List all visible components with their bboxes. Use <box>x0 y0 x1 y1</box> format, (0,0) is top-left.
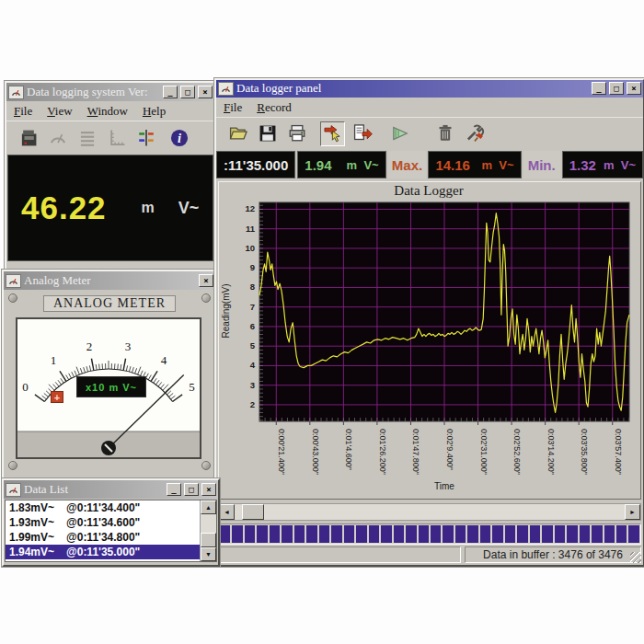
record-button[interactable] <box>320 121 345 146</box>
scroll-right-button[interactable]: ► <box>625 504 640 520</box>
print-button[interactable] <box>284 121 309 146</box>
current-value: 1.94 <box>305 157 331 173</box>
minor-tick <box>154 378 156 383</box>
readout-bar: :11'35.000 1.94 m V~ Max. 14.16 m V~ Min… <box>216 150 643 179</box>
close-button[interactable]: × <box>199 274 213 287</box>
save-button[interactable] <box>255 121 280 146</box>
delete-icon <box>435 123 455 144</box>
play-icon <box>390 123 410 144</box>
minor-tick <box>53 385 57 389</box>
scale-numeral: 4 <box>161 353 167 367</box>
plus-button[interactable]: + <box>51 391 63 403</box>
current-value-display: 1.94 m V~ <box>297 151 385 178</box>
y-tick-label: 11 <box>246 224 256 234</box>
scroll-thumb[interactable] <box>201 533 216 547</box>
buffer-block <box>455 525 466 543</box>
status-cell-empty <box>218 546 461 563</box>
menu-record[interactable]: Record <box>257 100 292 115</box>
screw-icon <box>8 461 17 470</box>
info-button[interactable]: i <box>167 125 191 150</box>
export-button[interactable] <box>350 121 374 146</box>
setup-icon <box>465 123 485 144</box>
list-button[interactable] <box>75 125 99 150</box>
maximize-button[interactable]: □ <box>609 82 624 95</box>
list-item-time: @0:11'34.600" <box>66 516 140 529</box>
record-icon <box>323 123 343 144</box>
chart-button[interactable] <box>104 125 129 150</box>
analog-meter-label: ANALOG METER <box>43 295 176 312</box>
scroll-track[interactable] <box>201 514 216 547</box>
scroll-track[interactable] <box>235 504 625 520</box>
menu-help[interactable]: Help <box>143 104 166 119</box>
buffer-block <box>431 525 441 543</box>
data-logger-panel-window: Data logger panel _ □ × FileRecord :11'3… <box>214 78 644 567</box>
list-item[interactable]: 1.93mV~@0:11'34.600" <box>6 515 200 530</box>
minimize-button[interactable]: _ <box>163 86 178 98</box>
list-icon <box>77 128 98 148</box>
close-button[interactable]: × <box>201 483 216 496</box>
analog-titlebar[interactable]: Analog Meter × <box>4 271 215 290</box>
buffer-block <box>505 525 515 543</box>
panel-titlebar[interactable]: Data logger panel _ □ × <box>216 80 643 98</box>
meter-button[interactable] <box>45 125 70 150</box>
open-button[interactable] <box>225 121 250 146</box>
minor-tick <box>155 380 159 385</box>
list-item-time: @0:11'34.400" <box>66 501 140 514</box>
minor-tick <box>89 365 90 371</box>
minor-tick <box>148 375 151 380</box>
list-item-value: 1.99mV~ <box>9 531 66 544</box>
analog-meter-window: Analog Meter × ANALOG METER x10 m V~ + 0… <box>2 270 217 480</box>
menu-view[interactable]: View <box>47 104 72 119</box>
y-tick-label: 8 <box>250 282 255 293</box>
minor-tick <box>44 393 49 397</box>
logging-titlebar[interactable]: Data logging system Ver: _ □ × <box>6 83 214 101</box>
logger-button[interactable] <box>16 125 40 150</box>
buffer-block <box>530 525 540 543</box>
screw-icon <box>8 293 17 303</box>
minor-tick <box>129 366 131 372</box>
buffer-block <box>616 525 627 543</box>
buffer-block <box>344 525 354 543</box>
y-tick-label: 2 <box>250 399 255 409</box>
scroll-left-button[interactable]: ◄ <box>219 504 235 520</box>
scroll-thumb[interactable] <box>242 504 264 520</box>
menu-file[interactable]: File <box>224 100 242 115</box>
x-tick-label: 0:01'4.600" <box>344 429 353 470</box>
list-item[interactable]: 1.83mV~@0:11'34.400" <box>6 500 200 515</box>
resize-grip[interactable] <box>630 552 641 563</box>
list-item-value: 1.94mV~ <box>9 546 66 558</box>
screw-icon <box>201 461 211 470</box>
data-logger-chart: Data Logger234567891011120:00'21.400"0:0… <box>219 182 638 495</box>
buffer-block <box>480 525 490 543</box>
minor-tick <box>138 367 141 374</box>
setup-button[interactable] <box>462 121 487 146</box>
data-list-area: 1.83mV~@0:11'34.400"1.93mV~@0:11'34.600"… <box>5 500 217 562</box>
buffer-block <box>319 525 329 543</box>
horizontal-scrollbar[interactable]: ◄ ► <box>218 503 641 521</box>
minor-tick <box>169 393 174 397</box>
menu-file[interactable]: File <box>14 104 32 119</box>
minimize-button[interactable]: _ <box>167 483 181 496</box>
menu-window[interactable]: Window <box>87 104 128 119</box>
y-tick-label: 3 <box>250 380 255 390</box>
delete-button[interactable] <box>432 121 457 146</box>
list-item-value: 1.83mV~ <box>9 501 66 514</box>
minimize-button[interactable]: _ <box>592 82 606 95</box>
scroll-up-button[interactable]: ▲ <box>201 500 216 514</box>
x-tick-label: 0:00'43.000" <box>311 429 320 475</box>
close-button[interactable]: × <box>627 82 641 95</box>
scroll-down-button[interactable]: ▼ <box>201 547 216 561</box>
minor-tick <box>126 365 127 371</box>
major-tick <box>35 395 45 402</box>
panel-button[interactable] <box>133 125 158 150</box>
close-button[interactable]: × <box>198 86 213 98</box>
buffer-block <box>232 525 242 543</box>
list-item[interactable]: 1.94mV~@0:11'35.000" <box>6 545 200 559</box>
vertical-scrollbar[interactable]: ▲ ▼ <box>200 500 216 561</box>
buffer-block <box>306 525 316 543</box>
list-item[interactable]: 1.99mV~@0:11'34.800" <box>6 530 200 545</box>
maximize-button[interactable]: □ <box>184 483 199 496</box>
datalist-titlebar[interactable]: Data List _ □ × <box>4 480 218 499</box>
maximize-button[interactable]: □ <box>180 86 195 98</box>
play-button[interactable] <box>387 121 412 146</box>
